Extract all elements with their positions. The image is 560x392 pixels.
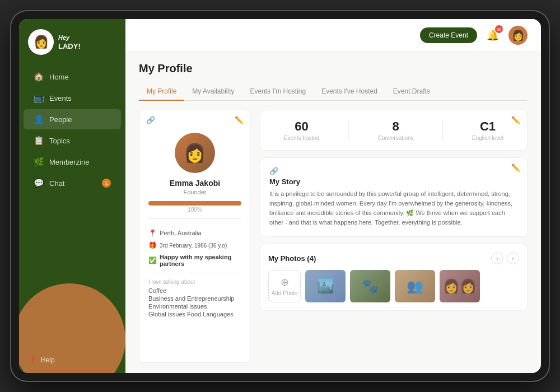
edit-profile-icon[interactable]: ✏️ xyxy=(235,116,244,124)
stat-events-value: 60 xyxy=(284,119,319,134)
photos-prev-button[interactable]: ‹ xyxy=(491,252,503,264)
page-body: My Profile My Profile My Availability Ev… xyxy=(125,52,541,373)
photo-1-icon: 🏙️ xyxy=(317,278,334,294)
tab-events-hosting[interactable]: Events I'm Hosting xyxy=(242,83,314,101)
chat-badge: 1 xyxy=(102,179,111,188)
interest-2: Environmental issues xyxy=(148,303,241,310)
tab-my-profile[interactable]: My Profile xyxy=(139,83,184,101)
user-avatar[interactable]: 👩 xyxy=(508,26,528,45)
photo-4-icon: 👩‍👩 xyxy=(443,278,477,294)
stat-events-hosted: 60 Events hosted xyxy=(284,119,319,141)
add-photo-label: Add Photo xyxy=(272,290,298,296)
people-icon: 👤 xyxy=(34,114,44,124)
sidebar-help[interactable]: ❓ Help xyxy=(28,356,55,364)
stat-divider-2 xyxy=(442,120,443,141)
sidebar-item-events[interactable]: 📺 Events xyxy=(24,88,121,108)
add-photo-button[interactable]: ⊕ Add Photo xyxy=(268,270,301,302)
logo-icon: 👩 xyxy=(28,29,54,55)
stat-divider-1 xyxy=(348,120,349,141)
home-icon: 🏠 xyxy=(34,72,44,82)
edit-stats-icon[interactable]: ✏️ xyxy=(511,116,520,124)
story-title: My Story xyxy=(269,178,518,186)
help-label: Help xyxy=(41,356,55,364)
tab-my-availability[interactable]: My Availability xyxy=(184,83,242,101)
story-link-icon: 🔗 xyxy=(269,167,518,175)
events-icon: 📺 xyxy=(34,93,44,103)
location-text: Perth, Australia xyxy=(160,230,202,236)
topics-icon: 📋 xyxy=(34,136,44,146)
create-event-button[interactable]: Create Event xyxy=(420,27,477,43)
divider-2 xyxy=(148,273,241,273)
chat-icon: 💬 xyxy=(34,178,44,188)
logo-text: Hey LADY! xyxy=(58,33,81,50)
stat-conversations: 8 Conversations xyxy=(378,119,414,141)
sidebar-item-people[interactable]: 👤 People xyxy=(24,109,121,129)
stats-card: 60 Events hosted 8 Conversations C1 xyxy=(260,110,528,151)
sidebar-item-memberzine[interactable]: 🌿 Memberzine xyxy=(24,152,121,172)
photo-thumb-1[interactable]: 🏙️ xyxy=(305,270,346,302)
profile-right-panel: 60 Events hosted 8 Conversations C1 xyxy=(260,110,528,363)
birthday-icon: 🎁 xyxy=(148,241,156,249)
sidebar-item-label: Memberzine xyxy=(49,158,90,166)
interests-list: Coffee Business and Entrepreneurship Env… xyxy=(148,287,241,318)
sidebar-item-label: Chat xyxy=(49,179,64,188)
photos-next-button[interactable]: › xyxy=(507,252,519,264)
content-area: 🔗 ✏️ 👩 Emma Jakobi Founder 100% xyxy=(139,110,528,363)
memberzine-icon: 🌿 xyxy=(34,157,44,167)
avatar-emoji: 👩 xyxy=(512,29,524,41)
main-content: Create Event 🔔 50 👩 My Profile My Profil… xyxy=(125,19,541,373)
page-title: My Profile xyxy=(139,62,528,75)
birthday-text: 3rd February, 1986 (36 y.o) xyxy=(160,242,227,249)
photos-card: My Photos (4) ‹ › ⊕ Add Photo xyxy=(260,244,528,311)
stat-conv-value: 8 xyxy=(378,119,414,134)
stat-english-level: C1 English level xyxy=(472,119,503,141)
photos-title: My Photos (4) xyxy=(268,254,316,263)
profile-title: Founder xyxy=(184,189,207,195)
help-icon: ❓ xyxy=(28,356,36,364)
edit-story-icon[interactable]: ✏️ xyxy=(511,164,520,172)
photo-2-icon: 🐾 xyxy=(362,278,379,294)
sidebar-item-label: Home xyxy=(49,73,69,81)
profile-avatar: 👩 xyxy=(175,133,215,173)
notifications-button[interactable]: 🔔 50 xyxy=(484,26,502,44)
sidebar-item-label: Events xyxy=(49,94,72,102)
divider-1 xyxy=(148,218,241,219)
link-icon: 🔗 xyxy=(146,116,155,124)
notif-badge: 50 xyxy=(495,25,503,33)
main-header: Create Event 🔔 50 👩 xyxy=(125,19,541,52)
stat-conv-label: Conversations xyxy=(378,135,414,141)
status-row: ✅ Happy with my speaking partners xyxy=(148,254,241,267)
interest-0: Coffee xyxy=(148,287,241,294)
sidebar-item-label: People xyxy=(49,115,72,124)
birthday-row: 🎁 3rd February, 1986 (36 y.o) xyxy=(148,241,241,249)
story-text: It is a privilege to be surrounded by th… xyxy=(269,189,518,227)
sidebar-item-label: Topics xyxy=(49,137,70,145)
photo-3-icon: 👥 xyxy=(407,278,423,294)
interest-3: Global issues Food Languages xyxy=(148,311,241,318)
photos-grid: ⊕ Add Photo 🏙️ 🐾 👥 xyxy=(268,270,519,302)
profile-name: Emma Jakobi xyxy=(170,179,220,188)
progress-label: 100% xyxy=(188,207,202,213)
stat-events-label: Events hosted xyxy=(284,135,319,141)
tab-event-drafts[interactable]: Event Drafts xyxy=(385,83,438,101)
photo-thumb-4[interactable]: 👩‍👩 xyxy=(440,270,480,302)
photos-nav: ‹ › xyxy=(491,252,519,264)
progress-bar-fill xyxy=(148,201,241,206)
photo-thumb-2[interactable]: 🐾 xyxy=(350,270,390,302)
sidebar-item-topics[interactable]: 📋 Topics xyxy=(24,130,121,151)
photo-thumb-3[interactable]: 👥 xyxy=(395,270,435,302)
profile-left-panel: 🔗 ✏️ 👩 Emma Jakobi Founder 100% xyxy=(139,110,251,363)
story-card: 🔗 ✏️ My Story It is a privilege to be su… xyxy=(260,157,528,237)
check-icon: ✅ xyxy=(148,256,156,264)
sidebar-item-home[interactable]: 🏠 Home xyxy=(24,67,121,87)
sidebar: 👩 Hey LADY! 🏠 Home 📺 Events 👤 xyxy=(19,19,125,373)
tab-events-hosted[interactable]: Events I've Hosted xyxy=(314,83,385,101)
stat-eng-value: C1 xyxy=(472,119,503,134)
avatar-person-icon: 👩 xyxy=(184,142,206,164)
stat-eng-label: English level xyxy=(472,135,503,141)
progress-bar-wrap xyxy=(148,201,241,206)
logo: 👩 Hey LADY! xyxy=(19,19,125,60)
location-icon: 📍 xyxy=(148,229,156,237)
header-actions: Create Event 🔔 50 👩 xyxy=(420,26,528,45)
sidebar-item-chat[interactable]: 💬 Chat 1 xyxy=(24,173,121,193)
